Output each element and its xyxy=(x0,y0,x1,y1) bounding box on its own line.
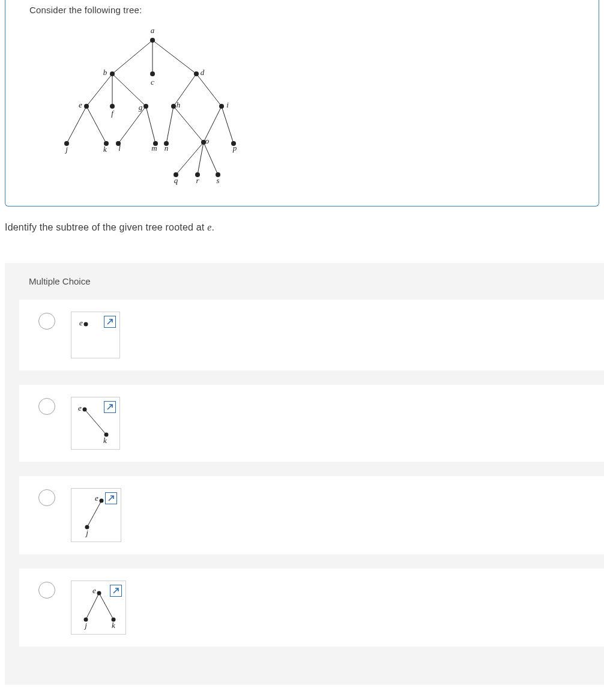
mc-option: e xyxy=(19,300,604,370)
svg-text:c: c xyxy=(151,77,154,86)
svg-text:i: i xyxy=(226,100,229,109)
multiple-choice-panel: Multiple Choice eekejejk xyxy=(5,263,604,685)
svg-point-35 xyxy=(219,104,224,109)
svg-point-57 xyxy=(84,322,88,327)
svg-text:g: g xyxy=(139,103,143,112)
identify-suffix: . xyxy=(211,222,214,232)
svg-text:s: s xyxy=(216,176,219,185)
mc-option: ek xyxy=(19,385,604,462)
svg-text:j: j xyxy=(83,621,87,630)
svg-text:e: e xyxy=(79,318,83,327)
svg-point-31 xyxy=(143,104,148,109)
svg-point-27 xyxy=(84,104,89,109)
svg-line-3 xyxy=(86,74,112,106)
svg-line-15 xyxy=(222,106,234,143)
main-tree: abcdefghijklmnopqrs xyxy=(29,17,575,194)
svg-point-65 xyxy=(100,499,104,503)
svg-line-7 xyxy=(196,74,222,106)
option-thumbnail: ej xyxy=(71,488,121,542)
svg-text:k: k xyxy=(103,145,107,154)
svg-line-12 xyxy=(166,106,174,143)
svg-text:q: q xyxy=(174,176,178,185)
radio-button[interactable] xyxy=(38,313,55,330)
svg-line-5 xyxy=(112,74,146,106)
expand-icon[interactable] xyxy=(110,585,122,597)
svg-text:f: f xyxy=(111,109,115,118)
svg-text:h: h xyxy=(177,100,181,109)
svg-point-71 xyxy=(97,591,101,596)
svg-line-18 xyxy=(204,142,218,175)
svg-point-19 xyxy=(150,38,155,43)
svg-line-69 xyxy=(86,593,99,620)
expand-icon[interactable] xyxy=(104,401,116,413)
svg-text:d: d xyxy=(201,68,205,77)
svg-line-70 xyxy=(99,593,113,620)
svg-point-25 xyxy=(194,71,199,76)
svg-line-64 xyxy=(87,501,101,527)
expand-icon[interactable] xyxy=(104,316,116,328)
svg-text:e: e xyxy=(79,100,82,109)
svg-text:k: k xyxy=(103,436,107,445)
option-thumbnail: ejk xyxy=(71,581,126,635)
multiple-choice-header: Multiple Choice xyxy=(5,263,604,300)
svg-line-2 xyxy=(153,40,196,74)
radio-button[interactable] xyxy=(38,398,55,415)
svg-text:e: e xyxy=(95,493,98,502)
svg-text:b: b xyxy=(103,68,107,77)
identify-prefix: Identify the subtree of the given tree r… xyxy=(5,222,207,232)
svg-text:k: k xyxy=(112,621,115,630)
expand-icon[interactable] xyxy=(105,492,117,504)
question-box: Consider the following tree: abcdefghijk… xyxy=(5,0,599,207)
radio-button[interactable] xyxy=(38,489,55,506)
mc-option: ej xyxy=(19,476,604,554)
svg-line-16 xyxy=(176,142,204,175)
svg-line-10 xyxy=(118,106,146,143)
svg-text:j: j xyxy=(85,528,88,537)
option-thumbnail: ek xyxy=(71,397,120,450)
svg-line-13 xyxy=(174,106,204,142)
svg-point-21 xyxy=(110,71,115,76)
mc-option: ejk xyxy=(19,569,604,647)
svg-text:o: o xyxy=(205,136,210,145)
svg-point-23 xyxy=(150,71,155,76)
svg-point-33 xyxy=(171,104,176,109)
svg-line-59 xyxy=(85,409,106,435)
svg-text:n: n xyxy=(165,143,169,152)
svg-text:m: m xyxy=(151,143,157,152)
svg-line-17 xyxy=(198,142,204,175)
svg-text:e: e xyxy=(78,403,82,412)
svg-text:j: j xyxy=(64,145,68,154)
svg-text:e: e xyxy=(92,586,96,595)
question-prompt: Identify the subtree of the given tree r… xyxy=(5,222,604,233)
option-thumbnail: e xyxy=(71,312,120,358)
svg-text:p: p xyxy=(232,143,237,152)
question-intro: Consider the following tree: xyxy=(29,5,575,15)
svg-line-0 xyxy=(112,40,153,74)
svg-line-8 xyxy=(67,106,86,143)
svg-text:l: l xyxy=(118,143,121,152)
svg-point-60 xyxy=(83,408,87,412)
svg-point-29 xyxy=(110,104,115,109)
svg-line-9 xyxy=(86,106,106,143)
svg-text:a: a xyxy=(151,26,155,35)
radio-button[interactable] xyxy=(38,582,55,599)
svg-line-11 xyxy=(146,106,156,143)
svg-text:r: r xyxy=(196,176,199,185)
